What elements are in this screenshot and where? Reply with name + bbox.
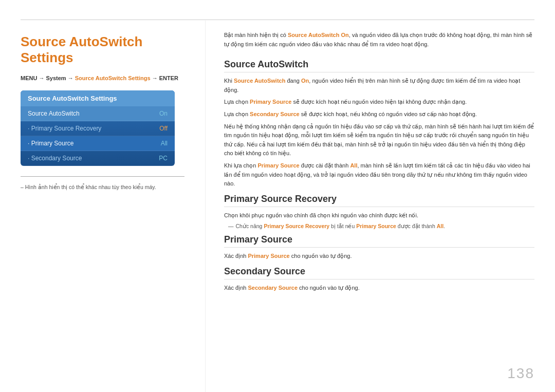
note-text: – Hình ảnh hiển thị có thể khác nhau tùy… bbox=[21, 184, 184, 190]
autoswitch-p3: Lựa chọn Secondary Source sẽ được kích h… bbox=[224, 110, 534, 119]
psr-p1: Chọn khôi phục nguồn vào chính đã chọn k… bbox=[224, 211, 534, 220]
section-title-autoswitch: Source AutoSwitch bbox=[224, 59, 534, 72]
ui-item-source-autoswitch[interactable]: Source AutoSwitch On bbox=[21, 106, 175, 121]
psr-note-text: Chức năng Primary Source Recovery bị tắt… bbox=[236, 223, 446, 229]
ui-settings-box: Source AutoSwitch Settings Source AutoSw… bbox=[21, 90, 175, 166]
autoswitch-p5: Khi lựa chọn Primary Source được cài đặt… bbox=[224, 161, 534, 189]
top-border bbox=[21, 20, 534, 20]
source-autoswitch-label: Source AutoSwitch bbox=[28, 110, 80, 117]
menu-path-text: MENU bbox=[21, 75, 37, 81]
left-panel: Source AutoSwitch Settings MENU → System… bbox=[0, 21, 206, 392]
primary-source-recovery-value: Off bbox=[159, 125, 168, 132]
intro-paragraph: Bật màn hình hiện thị có Source AutoSwit… bbox=[224, 31, 534, 49]
ui-item-secondary-source[interactable]: · Secondary Source PC bbox=[21, 151, 175, 166]
menu-path-enter: → ENTER bbox=[152, 75, 178, 81]
secondary-source-value: PC bbox=[159, 155, 168, 162]
menu-path-highlight: Source AutoSwitch Settings bbox=[75, 75, 151, 81]
menu-path-arrow1: → System → bbox=[39, 75, 75, 81]
section-title-psr: Primary Source Recovery bbox=[224, 194, 534, 207]
ui-box-title: Source AutoSwitch Settings bbox=[21, 90, 175, 106]
primary-source-label: · Primary Source bbox=[28, 140, 73, 147]
autoswitch-p2: Lựa chọn Primary Source sẽ được kích hoạ… bbox=[224, 98, 534, 107]
menu-path: MENU → System → Source AutoSwitch Settin… bbox=[21, 75, 184, 81]
primary-source-value: All bbox=[161, 140, 168, 147]
source-autoswitch-value: On bbox=[159, 110, 168, 117]
psr-note: Chức năng Primary Source Recovery bị tắt… bbox=[224, 223, 534, 229]
secondary-source-label: · Secondary Source bbox=[28, 155, 82, 162]
ui-item-primary-source[interactable]: · Primary Source All bbox=[21, 136, 175, 151]
ss-p1: Xác định Secondary Source cho nguồn vào … bbox=[224, 284, 534, 293]
autoswitch-p1: Khi Source AutoSwitch đang On, nguồn vid… bbox=[224, 77, 534, 95]
page-title: Source AutoSwitch Settings bbox=[21, 34, 184, 66]
ps-p1: Xác định Primary Source cho nguồn vào tự… bbox=[224, 252, 534, 261]
page-number: 138 bbox=[507, 365, 534, 382]
intro-highlight: Source AutoSwitch On bbox=[288, 32, 349, 38]
right-panel: Bật màn hình hiện thị có Source AutoSwit… bbox=[206, 21, 555, 392]
autoswitch-p4: Nếu hệ thống không nhận dạng cả nguồn tí… bbox=[224, 122, 534, 158]
ui-item-primary-source-recovery[interactable]: · Primary Source Recovery Off bbox=[21, 121, 175, 136]
note-section: – Hình ảnh hiển thị có thể khác nhau tùy… bbox=[21, 176, 184, 190]
section-title-ps: Primary Source bbox=[224, 234, 534, 248]
section-title-ss: Secondary Source bbox=[224, 266, 534, 279]
primary-source-recovery-label: · Primary Source Recovery bbox=[28, 125, 101, 132]
